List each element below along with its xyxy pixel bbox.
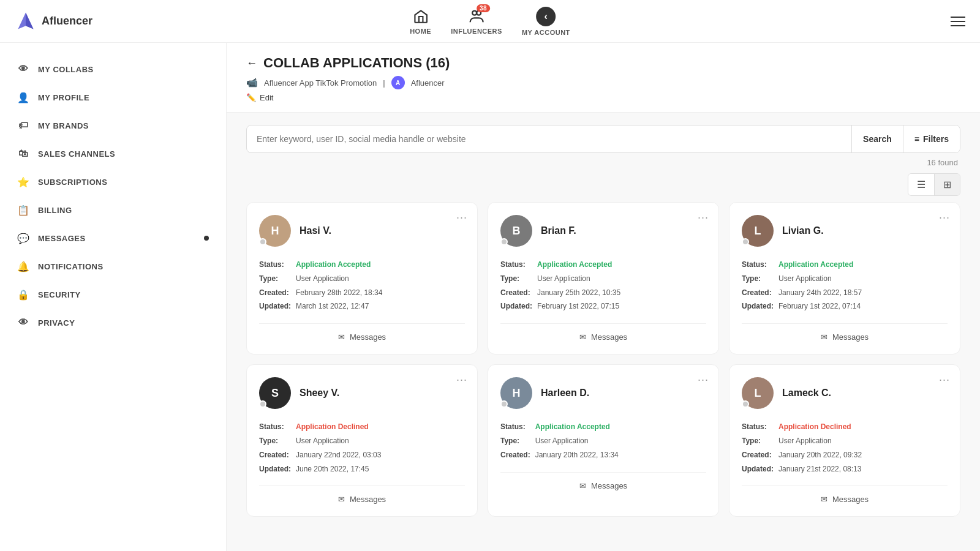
search-input[interactable] [257,126,851,152]
type-value: User Application [537,272,620,286]
sidebar: 👁 MY COLLABS 👤 MY PROFILE 🏷 MY BRANDS 🛍 … [0,43,227,551]
status-dot [742,238,749,246]
type-value: User Application [296,272,382,286]
type-label: Type: [742,434,778,448]
avatar-wrap: L [742,377,774,409]
avatar-wrap: S [259,377,291,409]
search-section: Search ≡ Filters 16 found [227,113,980,173]
messages-button[interactable]: ✉ Messages [259,485,465,504]
sidebar-item-security[interactable]: 🔒 SECURITY [0,280,226,309]
card-menu-button[interactable]: ··· [939,373,950,386]
found-count: 16 found [246,158,960,167]
sidebar-item-subscriptions[interactable]: ⭐ SUBSCRIPTIONS [0,168,226,196]
updated-label: Updated: [742,462,778,476]
sidebar-label-my-profile: MY PROFILE [38,93,89,102]
messages-button[interactable]: ✉ Messages [742,323,948,342]
edit-icon: ✏️ [246,93,256,102]
sidebar-item-privacy[interactable]: 👁 PRIVACY [0,309,226,337]
type-label: Type: [259,434,296,448]
privacy-icon: 👁 [17,317,29,329]
messages-label: Messages [350,332,386,342]
card-name: Brian F. [541,225,576,236]
card-info: Status: Application Accepted Type: User … [259,258,465,313]
back-button[interactable]: ‹ [536,7,556,26]
nav-home[interactable]: HOME [410,8,431,35]
grid-view-button[interactable]: ⊞ [935,174,960,195]
avatar-wrap: H [500,377,532,409]
messages-label: Messages [591,481,627,490]
created-value: January 24th 2022, 18:57 [778,286,862,300]
created-label: Created: [500,448,535,462]
home-label: HOME [410,28,431,35]
nav-center: HOME 38 INFLUENCERS ‹ MY ACCOUNT [410,7,570,36]
card-menu-button[interactable]: ··· [939,211,950,224]
application-card: ··· L Livian G. Status: Application Acce… [729,202,960,354]
updated-label: Updated: [742,299,778,313]
envelope-icon: ✉ [579,481,586,490]
status-value: Application Declined [296,420,381,434]
sidebar-item-notifications[interactable]: 🔔 NOTIFICATIONS [0,252,226,280]
updated-label: Updated: [259,462,296,476]
search-button[interactable]: Search [851,126,903,152]
card-menu-button[interactable]: ··· [698,373,709,386]
card-name: Harleen D. [541,388,589,399]
sidebar-item-my-profile[interactable]: 👤 MY PROFILE [0,83,226,111]
messages-button[interactable]: ✉ Messages [500,323,706,342]
cards-grid: ··· H Hasi V. Status: Application Accept… [227,202,980,536]
nav-my-account[interactable]: ‹ MY ACCOUNT [522,7,570,36]
type-label: Type: [500,272,537,286]
sidebar-label-privacy: PRIVACY [38,318,75,328]
status-value: Application Accepted [535,420,619,434]
sidebar-item-messages[interactable]: 💬 MESSAGES [0,224,226,252]
card-menu-button[interactable]: ··· [456,373,467,386]
back-arrow-button[interactable]: ← [246,57,257,70]
messages-label: Messages [350,495,386,504]
collab-name: Afluencer App TikTok Promotion [264,78,377,88]
sidebar-label-messages: MESSAGES [38,234,86,243]
sidebar-item-my-brands[interactable]: 🏷 MY BRANDS [0,111,226,140]
list-view-button[interactable]: ☰ [908,174,935,195]
view-toggle: ☰ ⊞ [227,173,980,202]
card-header: B Brian F. [500,215,706,247]
envelope-icon: ✉ [821,332,827,342]
status-dot [500,238,508,246]
card-name: Lameck C. [782,388,831,399]
eye-icon: 👁 [17,63,29,75]
filter-icon: ≡ [914,134,919,144]
messages-notification-dot [204,236,209,241]
nav-influencers[interactable]: 38 INFLUENCERS [451,8,502,35]
sales-icon: 🛍 [17,148,29,160]
updated-value: February 1st 2022, 07:15 [537,299,620,313]
avatar-wrap: H [259,215,291,247]
app-name: Afluencer [42,15,92,28]
tiktok-icon: 📹 [246,77,258,88]
card-info: Status: Application Declined Type: User … [259,420,465,476]
hamburger-menu[interactable] [951,17,965,26]
card-name: Sheey V. [300,388,339,399]
created-label: Created: [742,448,778,462]
filters-button[interactable]: ≡ Filters [903,126,960,152]
envelope-icon: ✉ [338,332,345,342]
sidebar-item-my-collabs[interactable]: 👁 MY COLLABS [0,55,226,83]
status-label: Status: [259,420,296,434]
card-header: L Livian G. [742,215,948,247]
created-value: January 20th 2022, 09:32 [778,448,862,462]
application-card: ··· H Hasi V. Status: Application Accept… [246,202,478,354]
card-menu-button[interactable]: ··· [698,211,709,224]
created-label: Created: [500,286,537,300]
edit-row[interactable]: ✏️ Edit [246,93,960,102]
brands-icon: 🏷 [17,119,29,132]
card-menu-button[interactable]: ··· [456,211,467,224]
avatar-wrap: B [500,215,532,247]
sidebar-item-sales-channels[interactable]: 🛍 SALES CHANNELS [0,140,226,168]
main-content: ← COLLAB APPLICATIONS (16) 📹 Afluencer A… [227,43,980,551]
application-card: ··· H Harleen D. Status: Application Acc… [488,364,719,517]
sidebar-label-subscriptions: SUBSCRIPTIONS [38,178,107,187]
updated-value: January 21st 2022, 08:13 [778,462,862,476]
messages-button[interactable]: ✉ Messages [742,485,948,504]
logo[interactable]: Afluencer [15,10,92,32]
sidebar-item-billing[interactable]: 📋 BILLING [0,196,226,224]
messages-button[interactable]: ✉ Messages [259,323,465,342]
messages-button[interactable]: ✉ Messages [500,472,706,490]
lock-icon: 🔒 [17,288,29,301]
